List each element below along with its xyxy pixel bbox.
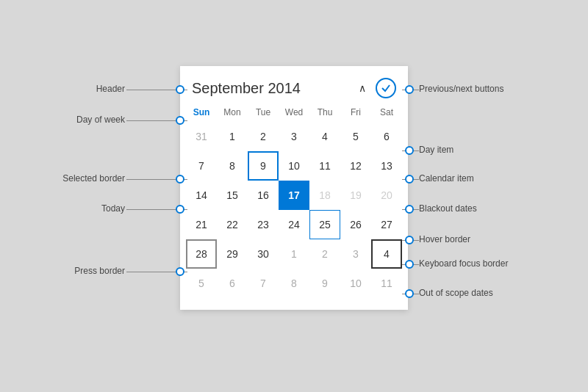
annotation-label-right: Blackout dates bbox=[419, 203, 477, 214]
day-header-sat: Sat bbox=[371, 104, 402, 120]
calendar-header: September 2014 ∧ bbox=[186, 75, 402, 104]
annotation-label-left: Day of week bbox=[76, 115, 125, 125]
next-button[interactable] bbox=[376, 78, 396, 98]
day-cell[interactable]: 9 bbox=[248, 151, 279, 181]
annotation-label-right: Out of scope dates bbox=[419, 288, 493, 298]
annotation-label-right: Previous/next buttons bbox=[419, 84, 503, 94]
day-cell[interactable]: 4 bbox=[309, 122, 340, 151]
day-cell[interactable]: 5 bbox=[186, 269, 217, 298]
day-cell[interactable]: 28 bbox=[186, 239, 217, 269]
day-cell[interactable]: 10 bbox=[279, 151, 309, 181]
annotation-label-right: Day item bbox=[419, 145, 453, 155]
day-cell[interactable]: 3 bbox=[340, 239, 371, 269]
day-cell[interactable]: 7 bbox=[248, 269, 279, 298]
annotation-label-right: Calendar item bbox=[419, 173, 474, 184]
prev-button[interactable]: ∧ bbox=[352, 78, 373, 98]
day-cell[interactable]: 26 bbox=[340, 210, 371, 239]
annotation-label-left: Header bbox=[96, 84, 125, 94]
day-header-mon: Mon bbox=[217, 104, 248, 120]
day-cell[interactable]: 23 bbox=[248, 210, 279, 239]
day-cell[interactable]: 13 bbox=[371, 151, 402, 181]
day-cell[interactable]: 3 bbox=[279, 122, 309, 151]
day-cell[interactable]: 7 bbox=[186, 151, 217, 181]
day-cell[interactable]: 8 bbox=[279, 269, 309, 298]
annotation-label-left: Press border bbox=[74, 266, 125, 276]
day-cell[interactable]: 11 bbox=[309, 151, 340, 181]
header-nav: ∧ bbox=[352, 78, 396, 98]
day-cell[interactable]: 19 bbox=[340, 181, 371, 210]
day-header-sun: Sun bbox=[186, 104, 217, 120]
day-cell[interactable]: 1 bbox=[279, 239, 309, 269]
day-cell[interactable]: 10 bbox=[340, 269, 371, 298]
day-headers: Sun Mon Tue Wed Thu Fri Sat bbox=[186, 104, 402, 120]
day-cell[interactable]: 17 bbox=[279, 181, 309, 210]
day-cell[interactable]: 2 bbox=[248, 122, 279, 151]
days-rows: 3112345678910111213141516171819202122232… bbox=[186, 122, 402, 298]
day-cell[interactable]: 31 bbox=[186, 122, 217, 151]
day-header-tue: Tue bbox=[248, 104, 279, 120]
day-cell[interactable]: 14 bbox=[186, 181, 217, 210]
annotation-label-left: Selected border bbox=[62, 173, 125, 184]
days-grid: Sun Mon Tue Wed Thu Fri Sat 311234567891… bbox=[186, 104, 402, 298]
day-cell[interactable]: 27 bbox=[371, 210, 402, 239]
day-cell[interactable]: 11 bbox=[371, 269, 402, 298]
day-cell[interactable]: 20 bbox=[371, 181, 402, 210]
day-cell[interactable]: 18 bbox=[309, 181, 340, 210]
day-cell[interactable]: 12 bbox=[340, 151, 371, 181]
day-cell[interactable]: 4 bbox=[371, 239, 402, 269]
annotation-label-right: Keyboard focus border bbox=[419, 258, 508, 269]
day-cell[interactable]: 24 bbox=[279, 210, 309, 239]
day-cell[interactable]: 6 bbox=[217, 269, 248, 298]
day-cell[interactable]: 5 bbox=[340, 122, 371, 151]
day-cell[interactable]: 8 bbox=[217, 151, 248, 181]
day-cell[interactable]: 1 bbox=[217, 122, 248, 151]
day-cell[interactable]: 2 bbox=[309, 239, 340, 269]
day-header-thu: Thu bbox=[309, 104, 340, 120]
annotation-label-left: Today bbox=[101, 203, 125, 214]
day-header-fri: Fri bbox=[340, 104, 371, 120]
checkmark-icon bbox=[381, 83, 391, 93]
day-header-wed: Wed bbox=[279, 104, 309, 120]
annotation-label-right: Hover border bbox=[419, 234, 470, 244]
day-cell[interactable]: 15 bbox=[217, 181, 248, 210]
day-cell[interactable]: 9 bbox=[309, 269, 340, 298]
calendar-title: September 2014 bbox=[192, 80, 301, 97]
day-cell[interactable]: 16 bbox=[248, 181, 279, 210]
day-cell[interactable]: 30 bbox=[248, 239, 279, 269]
day-cell[interactable]: 21 bbox=[186, 210, 217, 239]
day-cell[interactable]: 25 bbox=[309, 210, 340, 239]
day-cell[interactable]: 22 bbox=[217, 210, 248, 239]
day-cell[interactable]: 6 bbox=[371, 122, 402, 151]
day-cell[interactable]: 29 bbox=[217, 239, 248, 269]
